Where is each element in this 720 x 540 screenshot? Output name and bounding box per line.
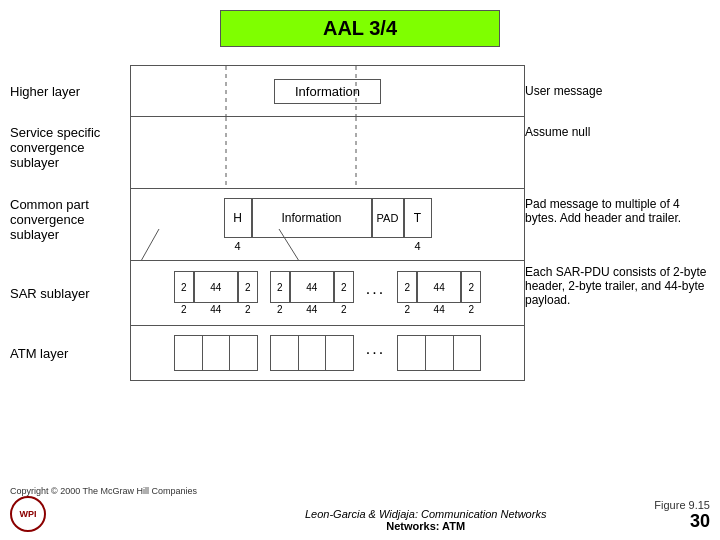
common-layer-row: H Information PAD T 4 bbox=[130, 189, 525, 261]
common-layer-label: Common part convergence sublayer bbox=[10, 189, 130, 261]
svg-line-4 bbox=[141, 229, 159, 260]
atm-layer-label: ATM layer bbox=[10, 326, 130, 381]
sar-cell-3-1: 2 bbox=[397, 271, 417, 303]
atm-layer-row: ... bbox=[130, 326, 525, 381]
service-layer-row bbox=[130, 117, 525, 189]
atm-block-2 bbox=[270, 335, 354, 371]
sar-cell-3-3: 2 bbox=[461, 271, 481, 303]
sar-cells-3: 2 44 2 bbox=[397, 271, 481, 303]
sar-group-2: 2 44 2 2 44 2 bbox=[270, 271, 354, 315]
sar-layer-label: SAR sublayer bbox=[10, 261, 130, 326]
sar-cell-3-2: 44 bbox=[417, 271, 461, 303]
sar-cells-1: 2 44 2 bbox=[174, 271, 258, 303]
sar-nums-3: 2 44 2 bbox=[397, 304, 481, 315]
sar-nums-1: 2 44 2 bbox=[174, 304, 258, 315]
common-cells-row: H Information PAD T bbox=[224, 198, 432, 238]
sar-layer-row: 2 44 2 2 44 2 2 44 2 bbox=[130, 261, 525, 326]
cell-H: H bbox=[224, 198, 252, 238]
sar-nums-2: 2 44 2 bbox=[270, 304, 354, 315]
footer-right: Figure 9.15 30 bbox=[654, 499, 710, 532]
information-box-higher: Information bbox=[274, 79, 381, 104]
footer-center: Leon-Garcia & Widjaja: Communication Net… bbox=[305, 508, 546, 532]
sar-cell-2-3: 2 bbox=[334, 271, 354, 303]
atm-block-1 bbox=[174, 335, 258, 371]
right-labels: User message Assume null Pad message to … bbox=[525, 65, 710, 381]
sar-cell-1-1: 2 bbox=[174, 271, 194, 303]
sar-cell-1-3: 2 bbox=[238, 271, 258, 303]
copyright-text: Copyright © 2000 The McGraw Hill Compani… bbox=[10, 486, 197, 496]
cell-info: Information bbox=[252, 198, 372, 238]
sar-cell-2-2: 44 bbox=[290, 271, 334, 303]
left-labels: Higher layer Service specific convergenc… bbox=[10, 65, 130, 381]
sar-cell-2-1: 2 bbox=[270, 271, 290, 303]
wpi-logo: WPI bbox=[10, 496, 46, 532]
right-service: Assume null bbox=[525, 117, 710, 189]
diagram-wrapper: Information bbox=[130, 65, 525, 381]
num-H: 4 bbox=[224, 240, 252, 252]
sar-ellipsis: ... bbox=[366, 280, 385, 298]
main-content: Higher layer Service specific convergenc… bbox=[10, 65, 710, 381]
higher-layer-row: Information bbox=[130, 65, 525, 117]
right-higher: User message bbox=[525, 65, 710, 117]
service-layer-label: Service specific convergence sublayer bbox=[10, 117, 130, 189]
title: AAL 3/4 bbox=[220, 10, 500, 47]
atm-ellipsis: ... bbox=[366, 340, 385, 358]
sar-group-1: 2 44 2 2 44 2 bbox=[174, 271, 258, 315]
book-subtitle: Networks: ATM bbox=[305, 520, 546, 532]
right-sar: Each SAR-PDU consists of 2-byte header, … bbox=[525, 261, 710, 326]
book-author: Leon-Garcia & Widjaja: Communication Net… bbox=[305, 508, 546, 520]
sar-cell-1-2: 44 bbox=[194, 271, 238, 303]
footer-left: Copyright © 2000 The McGraw Hill Compani… bbox=[10, 486, 197, 532]
right-common: Pad message to multiple of 4 bytes. Add … bbox=[525, 189, 710, 261]
sar-cells-2: 2 44 2 bbox=[270, 271, 354, 303]
sar-group-3: 2 44 2 2 44 2 bbox=[397, 271, 481, 315]
cell-pad: PAD bbox=[372, 198, 404, 238]
higher-layer-label: Higher layer bbox=[10, 65, 130, 117]
page: AAL 3/4 Higher layer Service specific co… bbox=[0, 0, 720, 540]
service-dashed-svg bbox=[131, 117, 524, 189]
footer-logo: WPI bbox=[10, 496, 46, 532]
common-nums-row: 4 4 bbox=[224, 240, 432, 252]
num-T: 4 bbox=[404, 240, 432, 252]
footer: Copyright © 2000 The McGraw Hill Compani… bbox=[10, 486, 710, 532]
figure-num: 30 bbox=[654, 511, 710, 532]
cell-T: T bbox=[404, 198, 432, 238]
figure-label: Figure 9.15 bbox=[654, 499, 710, 511]
atm-block-3 bbox=[397, 335, 481, 371]
